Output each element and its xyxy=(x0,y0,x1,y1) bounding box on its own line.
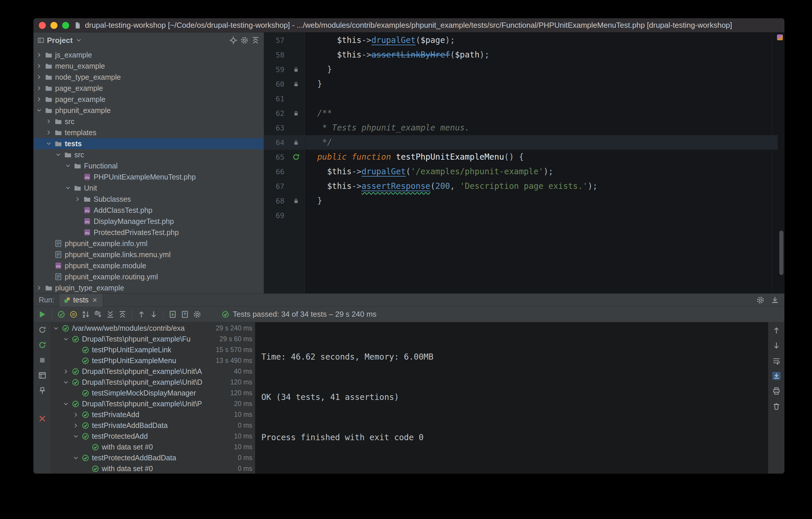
arrow-down-icon[interactable] xyxy=(772,342,781,350)
project-tree-item[interactable]: phpAddClassTest.php xyxy=(33,204,264,216)
arrow-up-icon[interactable] xyxy=(137,310,146,319)
chevron-down-icon[interactable] xyxy=(65,163,71,169)
project-tree-item[interactable]: phpunit_example.routing.yml xyxy=(33,271,264,282)
test-tree-item[interactable]: testSimpleMockDisplayManager120 ms xyxy=(51,388,255,399)
chevron-right-icon[interactable] xyxy=(72,412,79,418)
show-ignored-icon[interactable] xyxy=(69,310,78,319)
code-line[interactable]: $this->assertResponse(200, 'Description … xyxy=(305,179,778,194)
chevron-down-icon[interactable] xyxy=(63,379,69,386)
editor-gutter[interactable]: 57585960616263646566676869 xyxy=(264,32,305,293)
print-icon[interactable] xyxy=(772,387,781,395)
clear-all-icon[interactable] xyxy=(772,402,781,410)
test-tree-item[interactable]: testProtectedAdd10 ms xyxy=(51,431,255,442)
pin-icon[interactable] xyxy=(38,386,47,395)
stop-icon[interactable] xyxy=(38,356,47,364)
project-tree-item[interactable]: Functional xyxy=(33,160,264,171)
gutter-line[interactable]: 61 xyxy=(264,91,304,106)
code-line[interactable]: public function testPhpUnitExampleMenu()… xyxy=(305,150,778,164)
chevron-right-icon[interactable] xyxy=(46,118,52,125)
project-tree-item[interactable]: menu_example xyxy=(33,60,264,72)
test-tree-item[interactable]: with data set #00 ms xyxy=(51,463,255,474)
gutter-line[interactable]: 60 xyxy=(264,77,304,91)
rerun-icon[interactable] xyxy=(38,326,47,334)
editor-scrollbar-thumb[interactable] xyxy=(779,230,783,275)
chevron-down-icon[interactable] xyxy=(72,433,79,440)
test-tree-item[interactable]: Drupal\Tests\phpunit_example\Unit\D120 m… xyxy=(51,377,255,388)
chevron-down-icon[interactable] xyxy=(63,401,69,407)
chevron-right-icon[interactable] xyxy=(72,422,79,429)
chevron-right-icon[interactable] xyxy=(63,368,69,375)
code-line[interactable]: } xyxy=(305,77,778,91)
close-icon[interactable] xyxy=(38,414,47,423)
gutter-line[interactable]: 69 xyxy=(264,208,304,223)
import-results-icon[interactable] xyxy=(181,310,189,319)
gear-icon[interactable] xyxy=(193,310,201,319)
chevron-down-icon[interactable] xyxy=(76,37,82,44)
console-output[interactable]: Time: 46.62 seconds, Memory: 6.00MBOK (3… xyxy=(255,322,768,474)
test-tree-item[interactable]: testPrivateAddBadData0 ms xyxy=(51,420,255,431)
test-tree-item[interactable]: Drupal\Tests\phpunit_example\Fu29 s 60 m… xyxy=(51,334,255,345)
project-tree-item[interactable]: js_example xyxy=(33,49,264,60)
chevron-down-icon[interactable] xyxy=(46,140,52,147)
project-tree-item[interactable]: page_example xyxy=(33,83,264,94)
chevron-down-icon[interactable] xyxy=(55,152,62,158)
test-tree-item[interactable]: testPhpUnitExampleLink15 s 570 ms xyxy=(51,345,255,355)
project-tree-item[interactable]: Unit xyxy=(33,183,264,194)
test-tree-item[interactable]: Drupal\Tests\phpunit_example\Unit\A40 ms xyxy=(51,366,255,377)
project-tree-item[interactable]: Subclasses xyxy=(33,194,264,204)
project-tree-item[interactable]: plugin_type_example xyxy=(33,282,264,293)
test-tree-item[interactable]: testPhpUnitExampleMenu13 s 490 ms xyxy=(51,355,255,366)
project-tree-item[interactable]: phpphpunit_example.module xyxy=(33,260,264,271)
code-line[interactable]: $this->assertLinkByHref($path); xyxy=(305,48,778,62)
project-tree-item[interactable]: pager_example xyxy=(33,94,264,105)
chevron-right-icon[interactable] xyxy=(36,52,42,58)
code-line[interactable]: */ xyxy=(305,135,778,150)
chevron-right-icon[interactable] xyxy=(36,284,42,291)
gutter-line[interactable]: 63 xyxy=(264,120,304,135)
inspection-status-indicator[interactable] xyxy=(777,34,783,40)
gutter-line[interactable]: 57 xyxy=(264,33,304,48)
gutter-line[interactable]: 68 xyxy=(264,194,304,208)
gutter-line[interactable]: 67 xyxy=(264,179,304,194)
chevron-right-icon[interactable] xyxy=(75,196,81,202)
project-tree-item[interactable]: src xyxy=(33,149,264,160)
project-tree-item[interactable]: templates xyxy=(33,127,264,138)
test-tree-item[interactable]: testPrivateAdd10 ms xyxy=(51,409,255,420)
gutter-line[interactable]: 66 xyxy=(264,164,304,179)
project-tree-item[interactable]: phpPHPUnitExampleMenuTest.php xyxy=(33,171,264,183)
project-tree-item[interactable]: phpunit_example.info.yml xyxy=(33,238,264,249)
gear-icon[interactable] xyxy=(756,296,764,304)
test-tree-item[interactable]: testProtectedAddBadData0 ms xyxy=(51,453,255,463)
chevron-right-icon[interactable] xyxy=(36,85,42,91)
project-tree-item[interactable]: node_type_example xyxy=(33,72,264,83)
editor-code-area[interactable]: $this->drupalGet($page); $this->assertLi… xyxy=(305,32,778,293)
project-tree-item[interactable]: phpDisplayManagerTest.php xyxy=(33,216,264,227)
zoom-window-button[interactable] xyxy=(62,22,69,29)
gutter-line[interactable]: 58 xyxy=(264,48,304,62)
gutter-line[interactable]: 64 xyxy=(264,135,304,150)
sort-duration-icon[interactable] xyxy=(94,310,102,319)
code-line[interactable] xyxy=(305,91,778,106)
chevron-right-icon[interactable] xyxy=(36,74,42,80)
chevron-right-icon[interactable] xyxy=(36,96,42,103)
scroll-end-icon[interactable] xyxy=(772,372,781,380)
minimize-window-button[interactable] xyxy=(51,22,57,29)
code-editor[interactable]: 57585960616263646566676869 $this->drupal… xyxy=(264,32,784,293)
gutter-line[interactable]: 62 xyxy=(264,106,304,120)
play-icon[interactable] xyxy=(38,310,47,319)
chevron-down-icon[interactable] xyxy=(63,336,69,343)
project-tree-item[interactable]: src xyxy=(33,116,264,127)
code-line[interactable]: /** xyxy=(305,106,778,120)
arrow-up-icon[interactable] xyxy=(772,326,781,334)
chevron-down-icon[interactable] xyxy=(53,325,59,332)
chevron-down-icon[interactable] xyxy=(65,185,71,191)
sort-alpha-icon[interactable] xyxy=(82,310,90,319)
collapse-all-icon[interactable] xyxy=(118,310,126,319)
chevron-right-icon[interactable] xyxy=(46,129,52,136)
test-tree-item[interactable]: with data set #010 ms xyxy=(51,442,255,453)
chevron-down-icon[interactable] xyxy=(72,455,79,461)
project-tree-item[interactable]: tests xyxy=(33,138,264,149)
gutter-line[interactable]: 59 xyxy=(264,62,304,77)
export-results-icon[interactable] xyxy=(169,310,177,319)
locate-file-icon[interactable] xyxy=(229,36,237,44)
